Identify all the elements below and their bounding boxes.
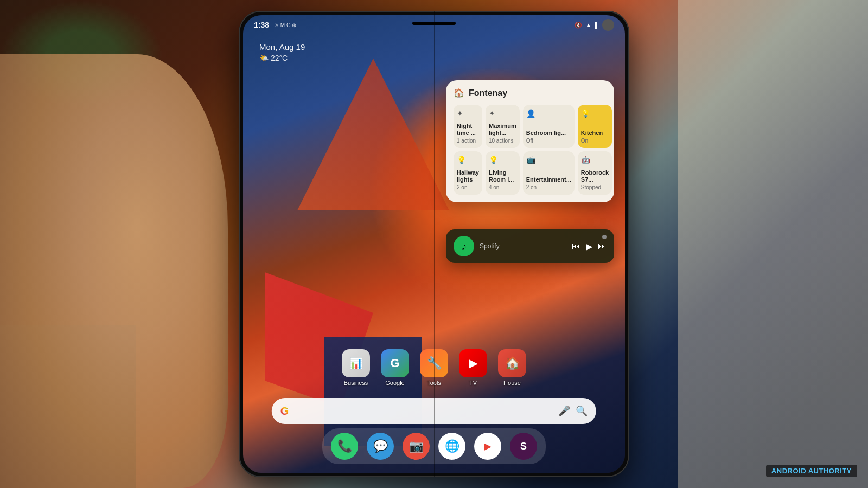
- wallpaper-shape-triangle: [297, 59, 449, 210]
- smart-home-grid: ✦ Night time ... 1 action ✦ Maximum ligh…: [454, 105, 607, 195]
- tile-kitchen-status: On: [581, 138, 609, 144]
- tile-night-time[interactable]: ✦ Night time ... 1 action: [454, 105, 482, 148]
- spotify-controls: ⏮ ▶ ⏭: [572, 241, 607, 252]
- tile-entertainment[interactable]: 📺 Entertainment... 2 on: [523, 151, 575, 195]
- app-icon-google: G: [381, 349, 409, 377]
- play-store-icon: ▶: [484, 440, 492, 452]
- camera-icon: 📷: [409, 439, 424, 453]
- notification-icons: ✳ M G ⊕: [275, 22, 296, 28]
- tile-maxlight-name: Maximum light...: [489, 123, 516, 137]
- spotify-info: Spotify: [480, 242, 566, 250]
- tile-kitchen-icon: 💡: [581, 109, 609, 118]
- tile-roborock[interactable]: 🤖 Roborock S7... Stopped: [578, 151, 612, 195]
- app-label-house: House: [503, 380, 521, 386]
- status-left: 1:38 ✳ M G ⊕: [254, 21, 296, 29]
- widget-title: Fontenay: [469, 88, 507, 98]
- mute-icon: 🔇: [575, 22, 582, 29]
- house-icon-glyph: 🏠: [505, 356, 520, 370]
- tile-maximum-light[interactable]: ✦ Maximum light... 10 actions: [486, 105, 520, 148]
- business-icon-glyph: 📊: [349, 357, 363, 370]
- tile-bedroom-status: Off: [526, 138, 571, 144]
- spotify-next-button[interactable]: ⏭: [598, 241, 607, 251]
- watermark: ANDROID AUTHORITY: [766, 465, 857, 477]
- spotify-dot: [602, 235, 607, 239]
- tile-kitchen-name: Kitchen: [581, 130, 609, 137]
- widget-house-icon: 🏠: [454, 88, 464, 98]
- spotify-icon: ♪: [454, 236, 474, 256]
- tile-roborock-status: Stopped: [581, 184, 609, 190]
- app-item-business[interactable]: 📊 Business: [342, 349, 370, 386]
- watermark-text-white: ANDROID: [771, 467, 808, 475]
- app-item-google[interactable]: G Google: [381, 349, 409, 386]
- app-label-google: Google: [385, 380, 404, 386]
- dock-slack[interactable]: S: [510, 433, 537, 460]
- temperature-display: 22°C: [271, 54, 288, 62]
- profile-avatar[interactable]: [602, 19, 614, 31]
- tile-maxlight-status: 10 actions: [489, 138, 516, 144]
- google-logo: G: [280, 405, 289, 418]
- tile-night-status: 1 action: [457, 138, 479, 144]
- hand-holding-phone: [0, 54, 228, 488]
- tv-icon-glyph: ▶: [469, 356, 478, 370]
- tile-bedroom-name: Bedroom lig...: [526, 130, 571, 137]
- battery-icon: ▌: [595, 22, 599, 28]
- tile-entertainment-name: Entertainment...: [526, 176, 571, 183]
- tile-night-name: Night time ...: [457, 123, 479, 137]
- dock-chrome[interactable]: 🌐: [438, 433, 465, 460]
- tile-living-room[interactable]: 💡 Living Room l... 4 on: [486, 151, 520, 195]
- chrome-icon: 🌐: [445, 439, 459, 453]
- dock-messages[interactable]: 💬: [367, 433, 394, 460]
- bg-right-decoration: [678, 0, 868, 488]
- camera-notch: [412, 22, 456, 25]
- search-icons: 🎤 🔍: [558, 405, 588, 417]
- app-item-tv[interactable]: ▶ TV: [459, 349, 487, 386]
- app-item-house[interactable]: 🏠 House: [498, 349, 526, 386]
- tile-living-status: 4 on: [489, 184, 516, 190]
- tile-hallway-name: Hallway lights: [457, 169, 479, 183]
- widget-header: 🏠 Fontenay: [454, 88, 607, 98]
- spotify-app-name: Spotify: [480, 242, 566, 250]
- tile-hallway-status: 2 on: [457, 184, 479, 190]
- lens-icon[interactable]: 🔍: [576, 405, 588, 417]
- tile-living-name: Living Room l...: [489, 169, 516, 183]
- app-icon-house: 🏠: [498, 349, 526, 377]
- weather-display: 🌤️ 22°C: [259, 54, 305, 62]
- spotify-play-button[interactable]: ▶: [586, 241, 592, 252]
- watermark-text-blue: AUTHORITY: [808, 467, 852, 475]
- tile-roborock-name: Roborock S7...: [581, 169, 609, 183]
- phone-frame: 1:38 ✳ M G ⊕ 🔇 ▲ ▌ Mon, Aug 19 🌤️ 22°C: [239, 11, 629, 477]
- dock-camera[interactable]: 📷: [403, 433, 430, 460]
- tile-roborock-icon: 🤖: [581, 156, 609, 164]
- smart-home-widget[interactable]: 🏠 Fontenay ✦ Night time ... 1 action ✦ M…: [446, 80, 614, 202]
- dock-play-store[interactable]: ▶: [474, 433, 501, 460]
- phone-fold-line: [434, 11, 435, 477]
- app-icon-business: 📊: [342, 349, 370, 377]
- spotify-prev-button[interactable]: ⏮: [572, 241, 580, 251]
- tile-night-icon: ✦: [457, 109, 479, 118]
- google-icon-glyph: G: [390, 356, 399, 370]
- tile-kitchen[interactable]: 💡 Kitchen On: [578, 105, 612, 148]
- spotify-widget[interactable]: ♪ Spotify ⏮ ▶ ⏭: [446, 229, 614, 263]
- tile-maxlight-icon: ✦: [489, 109, 516, 118]
- phone-icon: 📞: [337, 439, 352, 453]
- weather-icon: 🌤️: [259, 54, 269, 62]
- date-weather-section: Mon, Aug 19 🌤️ 22°C: [259, 42, 305, 62]
- status-time: 1:38: [254, 21, 269, 29]
- tile-hallway-lights[interactable]: 💡 Hallway lights 2 on: [454, 151, 482, 195]
- slack-icon: S: [520, 441, 527, 452]
- tile-bedroom-icon: 👤: [526, 109, 571, 118]
- wifi-icon: ▲: [585, 22, 591, 28]
- status-icons-left: ✳ M G ⊕: [275, 22, 296, 28]
- tile-living-icon: 💡: [489, 156, 516, 164]
- tile-entertainment-icon: 📺: [526, 156, 571, 164]
- mic-icon[interactable]: 🎤: [558, 405, 570, 417]
- status-right: 🔇 ▲ ▌: [575, 19, 614, 31]
- tile-bedroom-light[interactable]: 👤 Bedroom lig... Off: [523, 105, 575, 148]
- tile-hallway-icon: 💡: [457, 156, 479, 164]
- app-icon-tv: ▶: [459, 349, 487, 377]
- dock-phone[interactable]: 📞: [331, 433, 358, 460]
- app-label-business: Business: [344, 380, 368, 386]
- tile-entertainment-status: 2 on: [526, 184, 571, 190]
- messages-icon: 💬: [373, 439, 388, 453]
- app-label-tv: TV: [469, 380, 477, 386]
